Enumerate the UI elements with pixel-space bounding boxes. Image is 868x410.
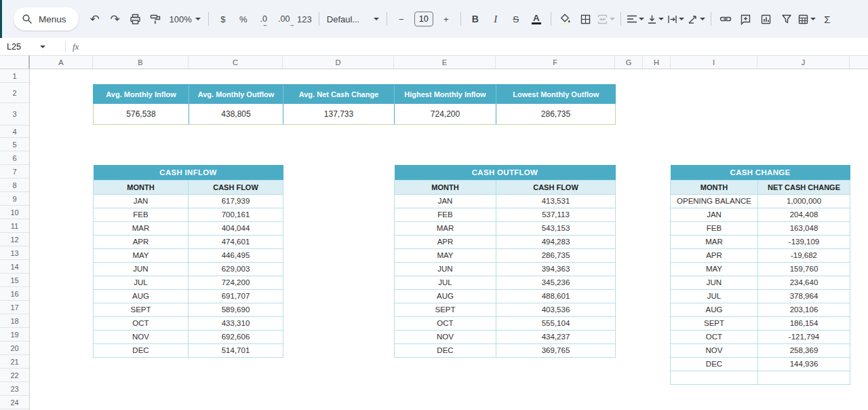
cell[interactable]: 186,154 [758,316,850,330]
cell[interactable]: JUL [671,289,758,303]
inflow-col-header[interactable]: CASH FLOW [189,180,283,194]
outflow-title[interactable]: CASH OUTFLOW [395,165,616,180]
cell[interactable]: 474,601 [189,235,283,248]
cell[interactable]: JUL [94,276,189,289]
outflow-col-header[interactable]: MONTH [395,180,496,194]
print-button[interactable] [126,10,145,29]
italic-button[interactable]: I [486,10,505,29]
cell[interactable]: 286,735 [496,248,616,262]
cell[interactable]: 144,936 [758,357,850,371]
cell[interactable]: DEC [671,357,758,371]
cell[interactable]: OCT [671,330,758,343]
summary-header-cell[interactable]: Highest Monthly Inflow [395,85,496,104]
sheet-canvas[interactable]: Avg. Monthly InflowAvg. Monthly OutflowA… [30,69,868,410]
cell[interactable]: 589,690 [189,303,283,316]
format-currency-button[interactable]: $ [214,10,233,29]
vertical-align-button[interactable] [646,10,665,29]
cell[interactable]: -19,682 [758,248,850,262]
cell[interactable]: 629,003 [189,262,283,276]
row-header[interactable]: 10 [0,206,29,219]
row-header[interactable]: 19 [0,328,29,341]
cell[interactable]: APR [94,235,189,248]
cell[interactable]: 403,536 [496,303,616,316]
font-size-input[interactable]: 10 [414,12,433,26]
outflow-col-header[interactable]: CASH FLOW [496,180,616,194]
cell[interactable]: SEPT [94,303,189,316]
name-box[interactable]: L25 [0,38,58,55]
cell[interactable]: 692,606 [189,330,283,343]
summary-value-cell[interactable]: 137,733 [283,104,395,125]
row-header[interactable]: 24 [0,396,29,409]
decrease-font-size-button[interactable]: − [392,10,411,29]
cell[interactable]: OCT [395,316,496,330]
column-header[interactable]: G [615,56,643,69]
column-header[interactable]: H [643,56,671,69]
row-header[interactable]: 3 [0,103,29,126]
cell[interactable]: MAR [671,235,758,248]
increase-decimal-button[interactable]: .00 → [275,10,294,29]
summary-value-cell[interactable]: 286,735 [496,104,616,125]
cell[interactable]: JUN [395,262,496,276]
cell[interactable]: 514,701 [189,343,283,357]
cell[interactable]: FEB [395,208,496,221]
undo-button[interactable]: ↶ [85,10,104,29]
cell[interactable]: AUG [395,289,496,303]
strikethrough-button[interactable]: S [507,10,526,29]
cell[interactable]: NOV [395,330,496,343]
row-header[interactable]: 17 [0,301,29,314]
insert-chart-button[interactable] [757,10,776,29]
paint-format-button[interactable] [146,10,165,29]
merge-cells-button[interactable] [597,10,616,29]
fill-color-button[interactable] [556,10,575,29]
cell[interactable]: JAN [94,194,189,208]
cell[interactable]: 446,495 [189,248,283,262]
decrease-decimal-button[interactable]: .0 ← [254,10,273,29]
cell[interactable]: -139,109 [758,235,850,248]
inflow-col-header[interactable]: MONTH [94,180,189,194]
cell[interactable]: 378,964 [758,289,850,303]
cell[interactable]: MAY [395,248,496,262]
summary-header-cell[interactable]: Avg. Monthly Outflow [189,85,283,104]
cell[interactable]: OCT [94,316,189,330]
column-header[interactable]: F [496,56,615,69]
cell[interactable]: 394,363 [496,262,616,276]
text-rotation-button[interactable] [687,10,706,29]
cell[interactable]: MAY [671,262,758,276]
select-all-corner[interactable] [0,56,30,69]
cell[interactable]: 1,000,000 [758,194,850,208]
cell[interactable]: JAN [671,208,758,221]
change-title[interactable]: CASH CHANGE [671,165,850,180]
row-header[interactable]: 2 [0,83,29,103]
column-header[interactable] [850,56,868,69]
cell[interactable]: JUN [671,276,758,289]
cell[interactable]: MAY [94,248,189,262]
summary-value-cell[interactable]: 724,200 [395,104,496,125]
row-header[interactable]: 7 [0,165,29,179]
cell[interactable]: 159,760 [758,262,850,276]
cell[interactable]: NOV [671,343,758,357]
row-header[interactable]: 14 [0,260,29,274]
bold-button[interactable]: B [466,10,485,29]
column-header[interactable]: C [189,56,283,69]
row-header[interactable]: 5 [0,138,29,151]
row-header[interactable]: 4 [0,126,29,138]
cell[interactable]: -121,794 [758,330,850,343]
cell[interactable]: 700,161 [189,208,283,221]
cell[interactable]: 543,153 [496,221,616,235]
text-wrap-button[interactable] [667,10,686,29]
cell[interactable]: 369,765 [496,343,616,357]
cell[interactable]: 404,044 [189,221,283,235]
cell[interactable]: DEC [94,343,189,357]
borders-button[interactable] [576,10,595,29]
cell[interactable]: MAR [94,221,189,235]
column-header[interactable]: I [671,56,757,69]
table-views-button[interactable] [797,10,816,29]
column-header[interactable]: E [394,56,496,69]
cell[interactable]: 433,310 [189,316,283,330]
row-header[interactable]: 9 [0,192,29,206]
column-header[interactable]: D [283,56,394,69]
horizontal-align-button[interactable] [626,10,645,29]
change-col-header[interactable]: NET CASH CHANGE [758,180,850,194]
cell[interactable]: 617,939 [189,194,283,208]
insert-link-button[interactable] [716,10,735,29]
